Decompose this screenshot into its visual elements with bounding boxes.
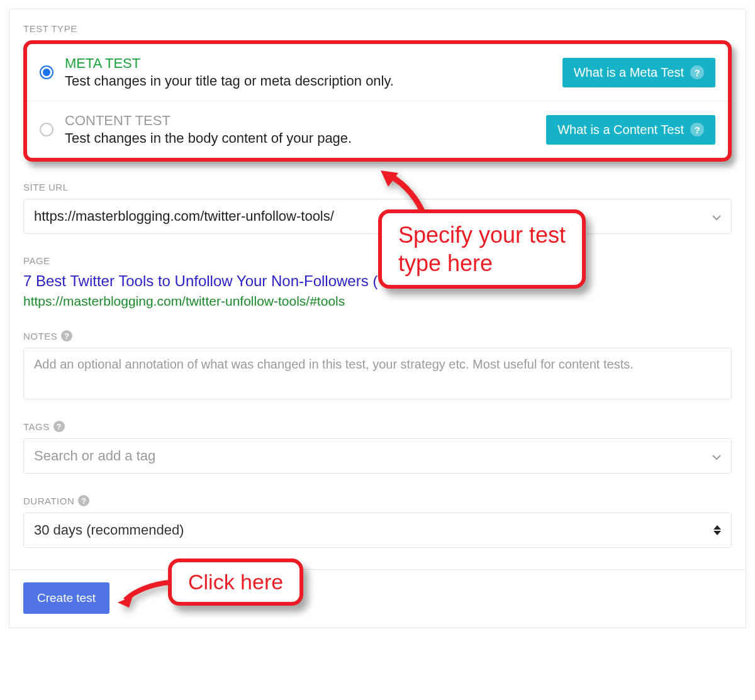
test-type-desc: Test changes in the body content of your…	[65, 130, 535, 147]
duration-select[interactable]: 30 days (recommended)	[23, 513, 732, 548]
question-icon	[690, 123, 704, 136]
duration-label: DURATION	[23, 495, 732, 506]
tags-label-text: TAGS	[23, 421, 50, 432]
test-type-text: CONTENT TEST Test changes in the body co…	[65, 113, 535, 147]
test-form-panel: TEST TYPE META TEST Test changes in your…	[9, 9, 746, 628]
content-test-info-button[interactable]: What is a Content Test	[546, 115, 715, 145]
tags-label: TAGS	[23, 421, 732, 432]
chevron-down-icon	[712, 448, 721, 464]
page-preview: 7 Best Twitter Tools to Unfollow Your No…	[23, 272, 732, 309]
test-type-title: META TEST	[65, 55, 551, 72]
page-title-link[interactable]: 7 Best Twitter Tools to Unfollow Your No…	[23, 272, 732, 290]
page-url: https://masterblogging.com/twitter-unfol…	[23, 294, 732, 309]
radio-icon[interactable]	[40, 123, 53, 136]
notes-label: NOTES	[23, 330, 732, 342]
question-icon[interactable]	[78, 495, 89, 506]
annotation-click-here: Click here	[168, 558, 303, 606]
tags-placeholder: Search or add a tag	[34, 448, 155, 464]
duration-label-text: DURATION	[23, 496, 74, 506]
notes-placeholder: Add an optional annotation of what was c…	[34, 357, 634, 371]
test-type-title: CONTENT TEST	[65, 113, 535, 129]
test-type-desc: Test changes in your title tag or meta d…	[65, 73, 551, 89]
meta-test-info-button[interactable]: What is a Meta Test	[562, 58, 715, 87]
test-type-option-content[interactable]: CONTENT TEST Test changes in the body co…	[27, 101, 728, 158]
info-button-label: What is a Content Test	[557, 123, 684, 137]
notes-textarea[interactable]: Add an optional annotation of what was c…	[23, 348, 732, 399]
test-type-group: META TEST Test changes in your title tag…	[23, 40, 732, 162]
test-type-option-meta[interactable]: META TEST Test changes in your title tag…	[27, 44, 728, 101]
tags-select[interactable]: Search or add a tag	[23, 438, 732, 474]
page-label: PAGE	[23, 255, 732, 266]
annotation-specify-test-type: Specify your test type here	[378, 209, 586, 289]
arrow-icon	[116, 577, 173, 609]
create-test-button[interactable]: Create test	[23, 582, 109, 614]
question-icon[interactable]	[61, 330, 72, 342]
site-url-value: https://masterblogging.com/twitter-unfol…	[34, 208, 334, 225]
test-type-label: TEST TYPE	[23, 23, 732, 34]
sort-icon	[713, 525, 721, 535]
notes-label-text: NOTES	[23, 331, 57, 342]
test-type-text: META TEST Test changes in your title tag…	[65, 55, 551, 89]
chevron-down-icon	[712, 208, 721, 225]
duration-value: 30 days (recommended)	[34, 522, 184, 538]
question-icon[interactable]	[53, 421, 65, 432]
question-icon	[690, 65, 704, 79]
radio-icon[interactable]	[40, 65, 53, 79]
form-footer: Create test Click here	[9, 569, 746, 628]
info-button-label: What is a Meta Test	[574, 65, 684, 80]
